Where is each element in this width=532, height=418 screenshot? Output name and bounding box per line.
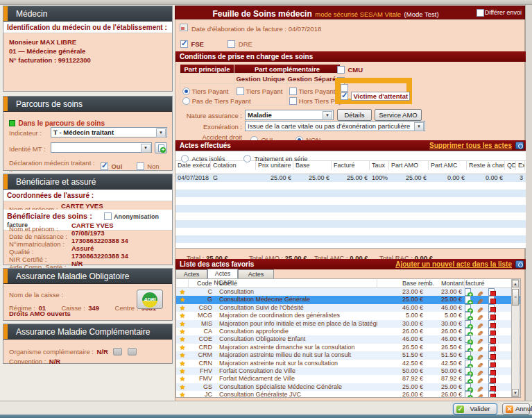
favoris-row[interactable]: ★CRMMajoration astreinte milieu de nuit … [176, 351, 520, 359]
add-act-icon[interactable] [465, 335, 471, 343]
actes-column-header[interactable]: Part AMC [429, 161, 467, 170]
favoris-column-header[interactable] [176, 279, 189, 288]
hors-tiers-payant-checkbox[interactable] [289, 97, 297, 105]
remove-act-icon[interactable] [488, 360, 495, 367]
adri-button[interactable]: ADRI [137, 290, 163, 309]
remove-act-icon[interactable] [488, 375, 495, 383]
actes-column-header[interactable]: Taux [370, 161, 389, 170]
add-act-icon[interactable] [465, 328, 471, 335]
service-amo-button[interactable]: Service AMO [375, 109, 422, 121]
differer-envoi-checkbox[interactable] [477, 9, 484, 17]
nature-assurance-select[interactable]: Maladie [245, 110, 334, 120]
favorite-star-icon[interactable]: ★ [180, 375, 186, 383]
remove-act-icon[interactable] [488, 328, 495, 335]
favorite-star-icon[interactable]: ★ [180, 288, 186, 296]
anonymisation-checkbox[interactable] [104, 212, 112, 220]
supprimer-actes-link[interactable]: Supprimer tous les actes [429, 140, 512, 151]
add-act-icon[interactable] [465, 296, 471, 303]
add-act-icon[interactable] [465, 367, 471, 375]
actes-column-header[interactable]: Base [293, 161, 332, 170]
favorite-star-icon[interactable]: ★ [180, 304, 186, 312]
edit-act-icon[interactable]: ✎ [475, 394, 484, 398]
tab-actes-ccam[interactable]: Actes CCAM [175, 269, 207, 278]
dre-checkbox[interactable] [228, 40, 235, 48]
actes-column-header[interactable]: Part AMO [389, 161, 429, 170]
remove-act-icon[interactable] [488, 391, 495, 398]
annuler-button[interactable]: ✕ Annuler [502, 403, 530, 415]
indicateur-select[interactable]: T - Médecin traitant [51, 127, 167, 137]
valider-button[interactable]: ✓ Valider [453, 403, 497, 415]
favorite-star-icon[interactable]: ★ [180, 320, 186, 328]
add-act-icon[interactable] [465, 375, 471, 383]
favorite-star-icon[interactable]: ★ [180, 383, 186, 391]
favoris-row[interactable]: ★MISMajoration pour info Initiale et mis… [176, 320, 520, 328]
favorite-star-icon[interactable]: ★ [180, 367, 186, 375]
favorite-star-icon[interactable]: ★ [180, 391, 186, 398]
favoris-row[interactable]: ★MCGMajoration de coordination des génér… [176, 312, 520, 319]
favoris-column-header[interactable]: Base remb. [377, 279, 426, 288]
scroll-thumb[interactable]: ≡ [512, 289, 519, 306]
actes-isoles-radio[interactable] [181, 155, 189, 162]
actes-column-header[interactable]: Cotation [211, 161, 256, 170]
favoris-row[interactable]: ★JCConsultation Généraliste JVC26.00 €26… [176, 391, 520, 398]
favorite-star-icon[interactable]: ★ [180, 360, 186, 367]
favoris-row[interactable]: ★GSConsultation Spécialiste Médecine Gén… [176, 383, 520, 391]
favoris-column-header[interactable]: Montant facturé [426, 279, 465, 288]
remove-act-icon[interactable] [488, 288, 495, 296]
remove-act-icon[interactable] [488, 296, 495, 303]
remove-act-icon[interactable] [488, 335, 495, 343]
scroll-up-icon[interactable]: ▲ [512, 280, 519, 287]
cmu-checkbox[interactable] [337, 66, 345, 74]
add-act-icon[interactable] [465, 391, 471, 398]
favoris-row[interactable]: ★CRDMajoration astreinte dimanche sur la… [176, 344, 520, 351]
actes-column-header[interactable]: Date exécution [175, 161, 211, 170]
favoris-column-header[interactable]: Libellé [218, 279, 377, 288]
favorite-star-icon[interactable]: ★ [180, 328, 186, 335]
tab-actes-composes[interactable]: Actes composés [238, 269, 274, 278]
favoris-row[interactable]: ★CSOConsultation Suivi de l'Obésité46.00… [176, 304, 520, 312]
gs-tiers-payant-checkbox[interactable] [289, 87, 297, 95]
add-medecin-traitant-icon[interactable] [155, 142, 167, 153]
actes-column-header[interactable]: Facturé [332, 161, 370, 170]
favorite-star-icon[interactable]: ★ [180, 351, 186, 359]
victime-attentat-checkbox[interactable] [341, 92, 348, 100]
favorite-star-icon[interactable]: ★ [180, 296, 186, 303]
favoris-row[interactable]: ★COEConsultation Obligatoire Enfant46.00… [176, 335, 520, 343]
add-act-icon[interactable] [465, 320, 471, 328]
favoris-row[interactable]: ★FMVForfait Médicament de Ville87.92 €87… [176, 375, 520, 383]
ajouter-acte-icon[interactable] [515, 260, 524, 268]
remove-act-icon[interactable] [488, 351, 495, 359]
favorite-star-icon[interactable]: ★ [180, 335, 186, 343]
remove-act-icon[interactable] [488, 367, 495, 375]
gu-tiers-payant-checkbox[interactable] [237, 87, 244, 95]
favorite-star-icon[interactable]: ★ [180, 312, 186, 319]
favoris-row[interactable]: ★GConsultation Médecine Générale25.00 €2… [176, 296, 520, 303]
pas-tiers-payant-radio[interactable] [182, 97, 190, 105]
remove-act-icon[interactable] [488, 312, 495, 319]
add-act-icon[interactable] [465, 288, 471, 296]
favorite-star-icon[interactable]: ★ [180, 344, 186, 351]
favoris-row[interactable]: ★CRNMajoration astreinte nuit sur la con… [176, 360, 520, 367]
favoris-row[interactable]: ★CAConsultation approfondie26.00 €26.00 … [176, 328, 520, 335]
favoris-row[interactable]: ★CConsultation23.00 €23.00 €✎ [176, 288, 520, 296]
remove-act-icon[interactable] [488, 344, 495, 351]
add-act-icon[interactable] [465, 344, 471, 351]
scroll-down-icon[interactable]: ▼ [512, 389, 519, 396]
add-act-icon[interactable] [465, 360, 471, 367]
ajouter-acte-link[interactable]: Ajouter un nouvel acte dans la liste [395, 259, 512, 269]
add-act-icon[interactable] [465, 312, 471, 319]
actes-column-header[interactable]: Prix unitaire [256, 161, 293, 170]
remove-act-icon[interactable] [488, 383, 495, 391]
add-act-icon[interactable] [465, 351, 471, 359]
actes-column-header[interactable]: Exo [516, 161, 525, 170]
remove-act-icon[interactable] [488, 304, 495, 312]
add-act-icon[interactable] [465, 383, 471, 391]
tab-actes-ngap[interactable]: Actes NGAP [207, 269, 238, 278]
actes-column-header[interactable]: Reste à charge [467, 161, 505, 170]
remove-act-icon[interactable] [488, 320, 495, 328]
favoris-scrollbar[interactable]: ▲ ≡ ▼ [511, 279, 520, 397]
details-button[interactable]: Détails [337, 109, 372, 121]
tiers-payant-radio[interactable] [182, 87, 190, 95]
acte-row[interactable]: 04/07/2018G25.00 €25.00 €25.00 €100%25.0… [175, 174, 526, 182]
add-act-icon[interactable] [465, 304, 471, 312]
